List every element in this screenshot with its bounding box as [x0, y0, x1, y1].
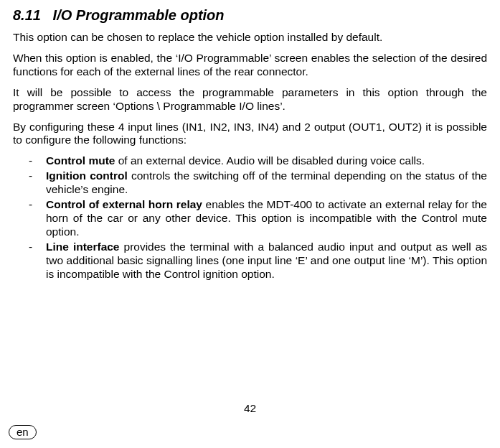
bullet-label: Ignition control: [46, 169, 128, 182]
section-number: 8.11: [13, 7, 41, 23]
bullet-label: Control of external horn relay: [46, 198, 202, 210]
list-item: -Ignition control controls the switching…: [13, 169, 487, 197]
bullet-text: of an external device. Audio will be dis…: [115, 154, 425, 167]
document-page: 8.11 I/O Programmable option This option…: [0, 0, 500, 448]
bullet-list: -Control mute of an external device. Aud…: [13, 154, 487, 281]
bullet-label: Control mute: [46, 154, 115, 167]
paragraph: By configuring these 4 input lines (IN1,…: [13, 121, 487, 148]
dash-icon: -: [29, 198, 46, 212]
paragraph: It will be possible to access the progra…: [13, 86, 487, 113]
bullet-label: Line interface: [46, 241, 120, 253]
section-heading: 8.11 I/O Programmable option: [13, 7, 487, 24]
dash-icon: -: [29, 241, 46, 254]
language-pill: en: [9, 425, 37, 439]
dash-icon: -: [29, 154, 46, 168]
paragraph: When this option is enabled, the ‘I/O Pr…: [13, 52, 487, 79]
list-item: -Line interface provides the terminal wi…: [13, 241, 487, 281]
list-item: -Control of external horn relay enables …: [13, 198, 487, 239]
dash-icon: -: [29, 169, 46, 183]
paragraph: This option can be chosen to replace the…: [13, 31, 487, 45]
section-title: I/O Programmable option: [53, 7, 225, 23]
page-number: 42: [0, 402, 500, 415]
list-item: -Control mute of an external device. Aud…: [13, 154, 487, 168]
